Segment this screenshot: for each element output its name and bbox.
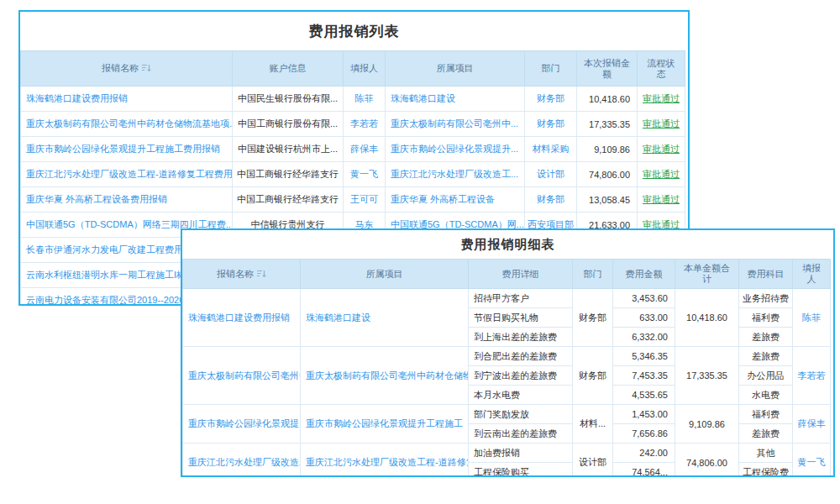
sort-icon [141,64,151,72]
detail-row: 重庆太极制药有限公司亳州中药材 重庆太极制药有限公司亳州中药材仓储物流 到合肥出… [183,347,831,366]
cell-total: 74,806.00 [675,444,739,478]
cell-project[interactable]: 珠海鹤港口建设 [301,289,469,347]
cell-dept: 材料... [573,405,613,444]
cell-status[interactable]: 审批通过 [638,137,685,162]
cell-dept[interactable]: 财务部 [525,87,577,112]
expense-row: 重庆太极制药有限公司亳州中药材仓储物流基地项... 中国工商银行股份有限... … [21,112,685,137]
cell-project[interactable]: 重庆江北污水处理厂级改造工... [386,162,525,187]
cell-amount: 242.00 [613,444,675,463]
expense-row: 珠海鹤港口建设费用报销 中国民生银行股份有限... 陈菲 珠海鹤港口建设 财务部… [21,87,685,112]
cell-category: 其他 [739,444,793,463]
column-header-amount: 本次报销金额 [577,51,638,87]
cell-amount: 7,656.86 [613,424,675,444]
column-header-label: 填报人 [350,63,378,73]
cell-amount: 17,335.35 [577,112,638,137]
cell-project[interactable]: 重庆市鹅岭公园绿化景观提升... [386,137,525,162]
detail-row: 珠海鹤港口建设费用报销 珠海鹤港口建设 招待甲方客户 财务部 3,453.60 … [183,289,831,308]
cell-amount: 5,346.35 [613,347,675,366]
column-header-amount: 费用金额 [613,260,675,289]
cell-status[interactable]: 审批通过 [638,87,685,112]
cell-amount: 1,453.00 [613,405,675,424]
cell-account: 中国工商银行股份有限... [233,112,344,137]
cell-expense-name[interactable]: 珠海鹤港口建设费用报销 [21,87,233,112]
cell-expense-name[interactable]: 重庆市鹅岭公园绿化景观提升工程施工费用报销 [21,137,233,162]
column-header-total: 本单金额合计 [675,260,739,289]
column-header-dept: 部门 [573,260,613,289]
cell-amount: 13,058.45 [577,187,638,213]
column-header-reporter: 填报人 [793,260,831,289]
expense-detail-table: 报销名称 所属项目 费用详细 部门 费用金额 本单金额合计 费用科目 填报人 珠… [182,259,831,477]
cell-expense-name[interactable]: 重庆太极制药有限公司亳州中药材 [183,347,301,405]
cell-reporter[interactable]: 王可可 [344,187,386,213]
cell-expense-name[interactable]: 珠海鹤港口建设费用报销 [183,289,301,347]
cell-project[interactable]: 重庆太极制药有限公司亳州中... [386,112,525,137]
cell-reporter[interactable]: 陈菲 [344,87,386,112]
column-header-expense-name[interactable]: 报销名称 [21,51,233,87]
cell-project[interactable]: 重庆太极制药有限公司亳州中药材仓储物流 [301,347,469,405]
column-header-label: 本单金额合计 [684,263,730,284]
column-header-label: 费用金额 [626,269,663,279]
column-header-label: 报销名称 [102,63,139,73]
cell-expense-detail: 工程保险购买 [469,463,573,478]
column-header-reporter: 填报人 [344,51,386,87]
cell-reporter[interactable]: 黄一飞 [344,162,386,187]
cell-status[interactable]: 审批通过 [638,162,685,187]
cell-reporter[interactable]: 黄一飞 [793,444,831,478]
cell-reporter[interactable]: 薛保丰 [344,137,386,162]
cell-expense-detail: 到合肥出差的差旅费 [469,347,573,366]
detail-row: 重庆市鹅岭公园绿化景观提升工程 重庆市鹅岭公园绿化景观提升工程施工 部门奖励发放… [183,405,831,424]
cell-expense-name[interactable]: 重庆江北污水处理厂级改造工程-道路修复 [183,444,301,478]
column-header-label: 费用科目 [748,269,785,279]
cell-account: 中国工商银行经华路支行 [233,162,344,187]
cell-project[interactable]: 珠海鹤港口建设 [386,87,525,112]
cell-category: 福利费 [739,405,793,424]
expense-list-title: 费用报销列表 [20,12,688,50]
cell-expense-name[interactable]: 重庆太极制药有限公司亳州中药材仓储物流基地项... [21,112,233,137]
cell-project[interactable]: 重庆市鹅岭公园绿化景观提升工程施工 [301,405,469,444]
cell-expense-detail: 节假日购买礼物 [469,308,573,328]
column-header-label: 所属项目 [437,63,474,73]
cell-account: 中国建设银行杭州市上... [233,137,344,162]
expense-detail-header-row: 报销名称 所属项目 费用详细 部门 费用金额 本单金额合计 费用科目 填报人 [183,260,831,289]
cell-dept[interactable]: 设计部 [525,162,577,187]
cell-dept[interactable]: 财务部 [525,112,577,137]
column-header-category: 费用科目 [739,260,793,289]
cell-expense-detail: 到上海出差的差旅费 [469,328,573,347]
cell-status[interactable]: 审批通过 [638,112,685,137]
cell-expense-detail: 到宁波出差的差旅费 [469,366,573,386]
cell-account: 中国工商银行经华路支行 [233,187,344,213]
expense-row: 重庆江北污水处理厂级改造工程-道路修复工程费用... 中国工商银行经华路支行 黄… [21,162,685,187]
column-header-project: 所属项目 [386,51,525,87]
column-header-label: 填报人 [802,263,821,284]
cell-reporter[interactable]: 陈菲 [793,289,831,347]
cell-amount: 6,332.00 [613,328,675,347]
expense-detail-panel: 费用报销明细表 报销名称 所属项目 费用详细 部门 费用金额 本单金额合计 费用… [181,228,835,477]
cell-expense-name[interactable]: 重庆江北污水处理厂级改造工程-道路修复工程费用... [21,162,233,187]
cell-amount: 7,453.35 [613,366,675,386]
column-header-expense-name[interactable]: 报销名称 [183,260,301,289]
cell-expense-detail: 招待甲方客户 [469,289,573,308]
cell-amount: 74,564... [613,463,675,478]
cell-expense-detail: 本月水电费 [469,386,573,405]
column-header-label: 所属项目 [366,269,403,279]
cell-status[interactable]: 审批通过 [638,187,685,213]
cell-project[interactable]: 重庆华夏 外高桥工程设备 [386,187,525,213]
cell-expense-name[interactable]: 重庆华夏 外高桥工程设备费用报销 [21,187,233,213]
cell-reporter[interactable]: 薛保丰 [793,405,831,444]
cell-expense-name[interactable]: 重庆市鹅岭公园绿化景观提升工程 [183,405,301,444]
expense-list-header-row: 报销名称 账户信息 填报人 所属项目 部门 本次报销金额 流程状态 [21,51,685,87]
cell-dept[interactable]: 财务部 [525,187,577,213]
cell-total: 9,109.86 [675,405,739,444]
cell-reporter[interactable]: 李若若 [793,347,831,405]
column-header-dept: 部门 [525,51,577,87]
column-header-expense-detail: 费用详细 [469,260,573,289]
column-header-label: 流程状态 [648,58,675,79]
cell-reporter[interactable]: 李若若 [344,112,386,137]
cell-category: 差旅费 [739,424,793,444]
cell-project[interactable]: 重庆江北污水处理厂级改造工程-道路修复工 [301,444,469,478]
cell-dept: 设计部 [573,444,613,478]
cell-amount: 4,535.65 [613,386,675,405]
sort-icon [256,270,266,278]
cell-dept: 财务部 [573,289,613,347]
cell-dept[interactable]: 材料采购 [525,137,577,162]
